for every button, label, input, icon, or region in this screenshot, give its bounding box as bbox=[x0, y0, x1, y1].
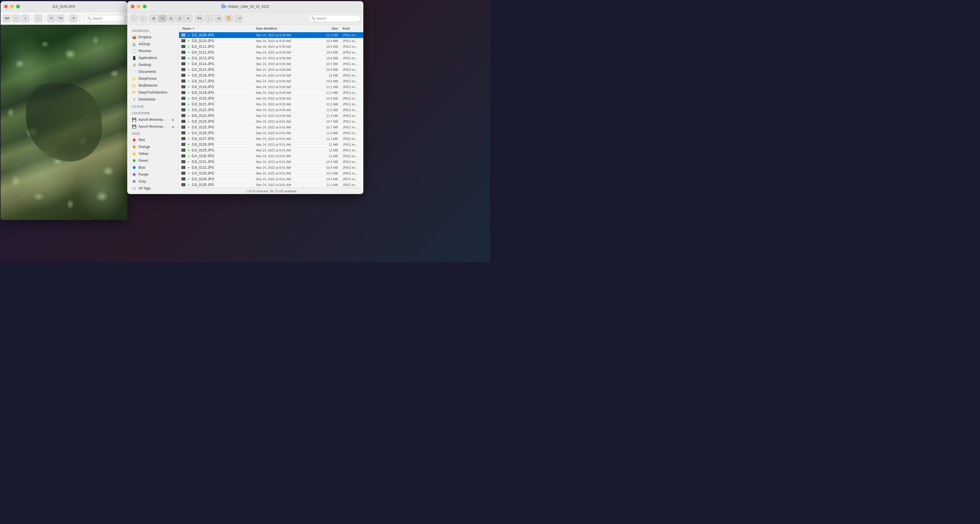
sync-check-icon: ● bbox=[187, 126, 190, 129]
annotate-button[interactable]: ✎▾ bbox=[56, 15, 65, 22]
back-button[interactable]: ‹ bbox=[130, 15, 138, 22]
sidebar-item-downloads[interactable]: ⬇ Downloads bbox=[129, 96, 178, 103]
column-header-name[interactable]: Name ▼ bbox=[179, 27, 254, 30]
table-row[interactable]: ● DJI_0129.JPG Mar 24, 2022 at 8:01 AM 1… bbox=[179, 147, 363, 153]
icon-view-button[interactable]: ⊞ bbox=[150, 15, 158, 22]
forward-button[interactable]: › bbox=[139, 15, 147, 22]
sidebar-item-airdrop[interactable]: 📡 AirDrop bbox=[129, 41, 178, 48]
tags-button[interactable]: 🏷 bbox=[215, 15, 223, 22]
sidebar-item-birddetector[interactable]: 📁 BirdDetector bbox=[129, 82, 178, 89]
preview-search-input[interactable] bbox=[92, 17, 123, 20]
sidebar-item-deepforest[interactable]: 📁 DeepForest bbox=[129, 75, 178, 82]
close-button[interactable] bbox=[4, 5, 8, 8]
column-header-size[interactable]: Size bbox=[314, 27, 340, 30]
table-row[interactable]: ● DJI_0134.JPG Mar 24, 2022 at 8:01 AM 1… bbox=[179, 176, 363, 182]
finder-maximize-button[interactable] bbox=[143, 5, 146, 8]
table-row[interactable]: ● DJI_0120.JPG Mar 24, 2022 at 8:00 AM 1… bbox=[179, 96, 363, 101]
table-row[interactable]: ● DJI_0116.JPG Mar 24, 2022 at 8:00 AM 1… bbox=[179, 73, 363, 78]
sidebar-item-deeptreeattention[interactable]: 📁 DeepTreeAttention bbox=[129, 89, 178, 96]
recents-icon: 🕐 bbox=[132, 49, 137, 53]
file-date-cell: Mar 24, 2022 at 8:01 AM bbox=[254, 131, 314, 135]
table-row[interactable]: ● DJI_0117.JPG Mar 24, 2022 at 8:00 AM 1… bbox=[179, 78, 363, 84]
table-row[interactable]: ● DJI_0119.JPG Mar 24, 2022 at 8:00 AM 1… bbox=[179, 90, 363, 96]
list-view-button[interactable]: ≡ bbox=[158, 15, 166, 22]
table-row[interactable]: ● DJI_0128.JPG Mar 24, 2022 at 8:01 AM 1… bbox=[179, 142, 363, 147]
maximize-button[interactable] bbox=[16, 5, 20, 8]
sidebar-item-tag-yellow[interactable]: Yellow bbox=[129, 150, 178, 157]
column-view-button[interactable]: ⊟ bbox=[167, 15, 175, 22]
table-row[interactable]: ● DJI_0124.JPG Mar 24, 2022 at 8:01 AM 1… bbox=[179, 119, 363, 124]
file-name-cell: ● DJI_0131.JPG bbox=[179, 160, 254, 164]
sync-check-icon: ● bbox=[187, 131, 190, 135]
table-row[interactable]: ● DJI_0112.JPG Mar 24, 2022 at 8:00 AM 1… bbox=[179, 49, 363, 55]
finder-file-area: Name ▼ Date Modified Size Kind ● DJI_010… bbox=[179, 25, 363, 194]
file-date-cell: Mar 24, 2022 at 8:01 AM bbox=[254, 172, 314, 175]
zoom-in-button[interactable]: + bbox=[21, 15, 29, 22]
table-row[interactable]: ● DJI_0135.JPG Mar 24, 2022 at 8:01 AM 1… bbox=[179, 182, 363, 188]
table-row[interactable]: ● DJI_0126.JPG Mar 24, 2022 at 8:01 AM 1… bbox=[179, 130, 363, 136]
table-row[interactable]: ● DJI_0113.JPG Mar 24, 2022 at 8:00 AM 1… bbox=[179, 55, 363, 61]
sidebar-item-documents[interactable]: 📄 Documents bbox=[129, 68, 178, 75]
sidebar-item-desktop[interactable]: 🖥 Desktop bbox=[129, 61, 178, 68]
file-name-cell: ● DJI_0133.JPG bbox=[179, 171, 254, 175]
finder-search-box[interactable]: 🔍 bbox=[309, 15, 360, 22]
table-row[interactable]: ● DJI_0132.JPG Mar 24, 2022 at 8:01 AM 1… bbox=[179, 165, 363, 170]
table-row[interactable]: ● DJI_0111.JPG Mar 24, 2022 at 8:00 AM 1… bbox=[179, 44, 363, 49]
sidebar-item-tag-red[interactable]: Red bbox=[129, 137, 178, 143]
table-row[interactable]: ● DJI_0130.JPG Mar 24, 2022 at 8:01 AM 1… bbox=[179, 153, 363, 159]
file-name-text: DJI_0125.JPG bbox=[192, 125, 214, 129]
view-options-dropdown[interactable]: ▾ bbox=[184, 15, 192, 22]
gallery-view-button[interactable]: ⊡ bbox=[176, 15, 184, 22]
table-row[interactable]: ● DJI_0131.JPG Mar 24, 2022 at 8:01 AM 1… bbox=[179, 159, 363, 165]
sidebar-item-recents[interactable]: 🕐 Recents bbox=[129, 48, 178, 54]
table-row[interactable]: ● DJI_0115.JPG Mar 24, 2022 at 8:00 AM 1… bbox=[179, 67, 363, 73]
sidebar-item-agisoft-2[interactable]: 💾 Agisoft Metashap... ⏏ bbox=[129, 123, 178, 130]
sidebar-item-applications[interactable]: 📱 Applications bbox=[129, 54, 178, 61]
file-size-cell: 11.3 MB bbox=[314, 183, 340, 186]
finder-close-button[interactable] bbox=[131, 5, 134, 8]
zoom-out-button[interactable]: − bbox=[12, 15, 20, 22]
svg-point-2 bbox=[133, 152, 135, 155]
sidebar-item-agisoft-1[interactable]: 💾 Agisoft Metashap... ⏏ bbox=[129, 116, 178, 123]
file-name-cell: ● DJI_0127.JPG bbox=[179, 137, 254, 141]
more-button[interactable]: …▾ bbox=[234, 15, 242, 22]
share-finder-button[interactable]: ↑ bbox=[205, 15, 213, 22]
table-row[interactable]: ● DJI_0114.JPG Mar 24, 2022 at 8:00 AM 1… bbox=[179, 61, 363, 67]
share-button[interactable]: ↑ bbox=[34, 15, 42, 22]
markup-button[interactable]: ✏ bbox=[47, 15, 55, 22]
minimize-button[interactable] bbox=[10, 5, 14, 8]
file-list-body[interactable]: ● DJI_0109.JPG Mar 24, 2022 at 8:00 AM 1… bbox=[179, 32, 363, 188]
finder-search-input[interactable] bbox=[317, 17, 358, 20]
table-row[interactable]: ● DJI_0121.JPG Mar 24, 2022 at 8:00 AM 1… bbox=[179, 101, 363, 107]
airdrop-button[interactable]: 📶 bbox=[224, 15, 232, 22]
file-kind-cell: JPEG im... bbox=[340, 137, 363, 140]
eject-icon-1[interactable]: ⏏ bbox=[172, 118, 174, 121]
eject-icon-2[interactable]: ⏏ bbox=[172, 125, 174, 128]
table-row[interactable]: ● DJI_0110.JPG Mar 24, 2022 at 8:00 AM 1… bbox=[179, 38, 363, 44]
table-row[interactable]: ● DJI_0127.JPG Mar 24, 2022 at 8:01 AM 1… bbox=[179, 136, 363, 142]
sidebar-item-tag-gray[interactable]: Gray bbox=[129, 178, 178, 185]
sidebar-item-all-tags[interactable]: 🏷 All Tags... bbox=[129, 185, 178, 192]
table-row[interactable]: ● DJI_0123.JPG Mar 24, 2022 at 8:00 AM 1… bbox=[179, 113, 363, 119]
action-button[interactable]: ⚙▾ bbox=[195, 15, 203, 22]
sidebar-item-tag-orange[interactable]: Orange bbox=[129, 143, 178, 150]
rotate-button[interactable]: ↺ bbox=[69, 15, 78, 22]
preview-search-box[interactable]: 🔍 bbox=[84, 15, 125, 22]
column-header-date[interactable]: Date Modified bbox=[254, 27, 314, 30]
sidebar-item-dropbox[interactable]: 📦 Dropbox bbox=[129, 34, 178, 41]
sidebar-item-tag-green[interactable]: Green bbox=[129, 157, 178, 164]
sidebar-item-tag-blue[interactable]: Blue bbox=[129, 164, 178, 171]
file-thumbnail bbox=[181, 80, 185, 83]
table-row[interactable]: ● DJI_0109.JPG Mar 24, 2022 at 8:00 AM 1… bbox=[179, 32, 363, 38]
column-header-kind[interactable]: Kind bbox=[340, 27, 363, 30]
file-kind-cell: JPEG im... bbox=[340, 33, 363, 37]
table-row[interactable]: ● DJI_0118.JPG Mar 24, 2022 at 8:00 AM 1… bbox=[179, 84, 363, 90]
table-row[interactable]: ● DJI_0125.JPG Mar 24, 2022 at 8:01 AM 1… bbox=[179, 124, 363, 130]
table-row[interactable]: ● DJI_0122.JPG Mar 24, 2022 at 8:00 AM 1… bbox=[179, 107, 363, 113]
view-dropdown-button[interactable]: ⊞▾ bbox=[3, 15, 11, 22]
table-row[interactable]: ● DJI_0133.JPG Mar 24, 2022 at 8:01 AM 1… bbox=[179, 170, 363, 176]
finder-minimize-button[interactable] bbox=[137, 5, 140, 8]
sidebar-item-tag-purple[interactable]: Purple bbox=[129, 171, 178, 178]
file-size-cell: 10.5 MB bbox=[314, 45, 340, 48]
file-thumbnail bbox=[181, 120, 185, 123]
